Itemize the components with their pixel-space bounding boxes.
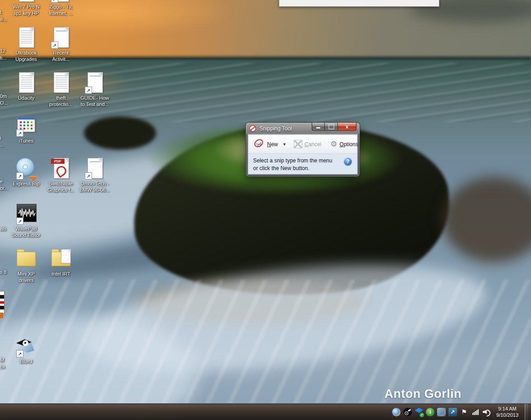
desktop-icon-ultrabook-upgrades[interactable]: UltrabookUpgrades xyxy=(9,26,43,62)
hp-utility-tray-icon[interactable] xyxy=(392,408,401,416)
shortcut-arrow-icon: ↗ xyxy=(51,0,58,3)
desktop-icon-bluej[interactable]: ↗BlueJ xyxy=(9,335,43,365)
network-signal-icon[interactable] xyxy=(471,408,480,416)
desktop-icon-label: UltrabookUpgrades xyxy=(9,50,43,62)
intel-rapid-storage-tray-icon: ↗ xyxy=(448,408,457,416)
bluej-bird-icon: ↗ xyxy=(15,335,37,357)
connection-orb-tray-icon[interactable] xyxy=(437,408,446,416)
desktop-icon-wavepad[interactable]: ↗WavePadSound Editor xyxy=(9,202,43,238)
info-tray-icon: i xyxy=(426,408,434,416)
maximize-icon xyxy=(328,124,334,129)
cd-ripper-app-icon: ↗ xyxy=(15,157,37,180)
desktop-icon-win7-key[interactable]: Win 7 Pro Nsp1 key HP xyxy=(9,0,43,16)
speaker-wave xyxy=(487,410,490,416)
maximize-button[interactable] xyxy=(325,123,337,131)
text-document-icon xyxy=(15,0,37,3)
shortcut-arrow-icon: ↗ xyxy=(16,350,23,357)
desktop-icon-label: WavePadSound Editor xyxy=(9,226,43,238)
desktop-icon-label: Umno-Tech -BMW 96-06... xyxy=(78,180,112,193)
close-button[interactable]: x xyxy=(337,123,356,131)
photographer-watermark: Anton Gorlin xyxy=(384,387,462,401)
steam-tray-icon[interactable] xyxy=(403,408,412,416)
cancel-x-icon xyxy=(294,140,302,148)
cutoff-icon-label: als xyxy=(0,226,6,232)
new-snip-button[interactable]: ✂ New xyxy=(251,138,281,151)
desktop: Anton Gorlin Win 7 Pro Nsp1 key HP↗Ziggo… xyxy=(0,0,531,420)
desktop-icon-label: SwitchableGraphics f... xyxy=(44,180,78,193)
shortcut-arrow-icon: ↗ xyxy=(85,87,92,94)
desktop-icon-mini-xp-drivers[interactable]: Mini XPdrivers xyxy=(9,247,43,283)
desktop-icon-guide-how-to-test[interactable]: ↗GUIDE- Howto Test and... xyxy=(78,71,112,107)
desktop-icon-label: theftprotectio... xyxy=(44,95,78,107)
desktop-icon-label: iTunes xyxy=(9,138,43,144)
desktop-icon-ziggo[interactable]: ↗Ziggo - Tv,Internet, ... xyxy=(44,0,78,16)
info-tray-icon[interactable]: i xyxy=(426,408,434,416)
desktop-icon-label: Ziggo - Tv,Internet, ... xyxy=(44,4,78,16)
pdf-badge: PDF xyxy=(51,159,65,164)
show-desktop-button[interactable] xyxy=(525,404,528,420)
dropbox-tray-icon xyxy=(415,408,423,416)
dropbox-tray-icon[interactable] xyxy=(415,408,423,416)
desktop-icon-label: Mini XPdrivers xyxy=(9,271,43,283)
snipping-tool-client: ✂ New ▼ Cancel ⚙ Options Select a snip t… xyxy=(248,134,358,175)
desktop-icon-itunes[interactable]: ↗iTunes xyxy=(9,114,43,144)
shortcut-document-icon: ↗ xyxy=(50,0,72,3)
cutoff-icon-label: i... xyxy=(0,135,4,148)
desktop-icon-label: Win 7 Pro Nsp1 key HP xyxy=(9,4,43,16)
window-title: Snipping Tool xyxy=(259,125,292,132)
action-center-flag-icon[interactable]: ⚑ xyxy=(460,408,468,416)
wallpaper-horizon xyxy=(0,56,531,60)
taskbar[interactable]: i↗ ⚑ 9:14 AM 9/10/2013 xyxy=(0,403,531,420)
volume-icon[interactable] xyxy=(482,408,491,416)
desktop-icon-intel-irt[interactable]: Intel IRT xyxy=(44,247,78,277)
shortcut-arrow-icon: ↗ xyxy=(51,42,58,49)
cutoff-icon-label: 0mO... xyxy=(0,93,8,106)
help-icon[interactable]: ? xyxy=(344,157,352,166)
clock-time: 9:14 AM xyxy=(496,406,518,412)
snipping-tool-toolbar: ✂ New ▼ Cancel ⚙ Options xyxy=(249,135,357,154)
shortcut-arrow-icon: ↗ xyxy=(16,129,23,137)
desktop-icon-udacity[interactable]: Udacity xyxy=(9,71,43,101)
desktop-icon-switchable-graphics[interactable]: PDFSwitchableGraphics f... xyxy=(44,157,78,193)
desktop-icon-label: Udacity xyxy=(9,95,43,101)
clock-date: 9/10/2013 xyxy=(496,412,518,418)
wallpaper-small-rock xyxy=(84,116,156,150)
taskbar-clock[interactable]: 9:14 AM 9/10/2013 xyxy=(494,406,521,418)
new-snip-dropdown[interactable]: ▼ xyxy=(281,141,288,148)
cancel-button[interactable]: Cancel xyxy=(291,138,324,150)
snipping-tool-window: Snipping Tool x ✂ New ▼ Cancel ⚙ Options xyxy=(246,123,360,176)
desktop-icon-label: Intel IRT xyxy=(44,271,78,277)
cutoff-desktop-icon[interactable] xyxy=(0,313,3,318)
itunes-app-icon: ↗ xyxy=(15,114,37,137)
cutoff-icon-label: ta... xyxy=(0,9,7,23)
folder-icon xyxy=(15,247,37,270)
minimize-icon xyxy=(316,127,320,129)
intel-rapid-storage-tray-icon[interactable]: ↗ xyxy=(448,408,457,416)
snipping-tool-titlebar[interactable]: Snipping Tool x xyxy=(246,123,360,134)
desktop-icon-label: RecentActivit... xyxy=(44,50,78,62)
desktop-icon-theft-protection[interactable]: theftprotectio... xyxy=(44,71,78,107)
gear-icon: ⚙ xyxy=(330,140,337,148)
desktop-icon-recent-activity[interactable]: ↗RecentActivit... xyxy=(44,26,78,62)
cutoff-desktop-icon[interactable] xyxy=(0,291,5,314)
desktop-icon-express-rip[interactable]: ↗Express Rip xyxy=(9,157,43,187)
shortcut-arrow-icon: ↗ xyxy=(16,217,23,225)
minimize-button[interactable] xyxy=(312,123,325,131)
desktop-icon-label: BlueJ xyxy=(9,358,43,365)
desktop-icon-label: Express Rip xyxy=(9,180,43,187)
desktop-icon-umno-tech-bmw[interactable]: ↗Umno-Tech -BMW 96-06... xyxy=(78,157,112,193)
wallpaper-sand xyxy=(135,280,370,325)
hp-utility-tray-icon xyxy=(392,408,401,416)
desktop-icon-label: GUIDE- Howto Test and... xyxy=(78,95,112,107)
connection-orb-tray-icon xyxy=(437,408,446,416)
shortcut-arrow-icon: ↗ xyxy=(16,172,23,180)
options-button[interactable]: ⚙ Options xyxy=(328,139,361,149)
shortcut-document-icon: ↗ xyxy=(84,157,106,180)
signal-bars xyxy=(472,409,479,415)
snipping-tool-app-icon xyxy=(249,125,256,132)
scissors-icon: ✂ xyxy=(253,137,267,151)
cutoff-icon-label: Mox xyxy=(0,357,5,370)
folder-with-document-icon xyxy=(50,247,72,270)
offscreen-window-edge[interactable] xyxy=(279,0,439,7)
wallpaper-dark-trough xyxy=(27,208,370,288)
